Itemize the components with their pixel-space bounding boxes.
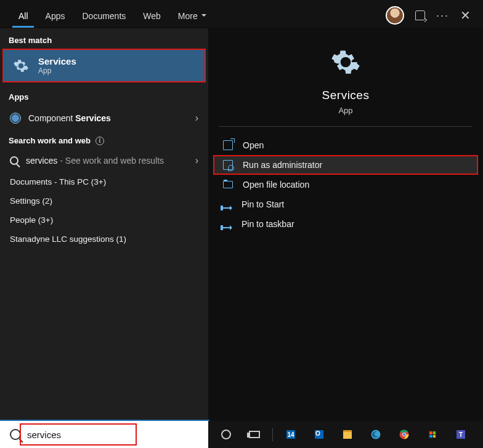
section-best-match: Best match — [0, 28, 208, 50]
chevron-right-icon: › — [195, 113, 198, 124]
app-result-match: Services — [75, 113, 111, 123]
pin-icon — [223, 207, 232, 209]
best-match-subtitle: App — [38, 66, 76, 75]
preview-title: Services — [208, 89, 483, 102]
folder-icon — [223, 181, 233, 188]
preview-app-icon — [330, 47, 361, 78]
more-options-button[interactable]: ··· — [436, 9, 449, 22]
action-run-as-administrator[interactable]: Run as administrator — [213, 155, 478, 175]
action-open[interactable]: Open — [208, 135, 483, 155]
taskbar-cortana[interactable] — [213, 423, 239, 446]
pin-icon — [223, 227, 232, 228]
web-result-suffix: - See work and web results — [57, 156, 164, 166]
info-icon[interactable]: i — [95, 137, 104, 145]
open-icon — [223, 140, 233, 150]
admin-icon — [223, 160, 233, 170]
action-pin-taskbar-label: Pin to taskbar — [242, 219, 294, 229]
app-result-prefix: Component — [28, 113, 75, 123]
section-people[interactable]: People (3+) — [0, 210, 208, 230]
action-open-loc-label: Open file location — [243, 180, 309, 190]
chrome-icon — [399, 429, 410, 440]
services-icon — [12, 57, 30, 74]
cortana-icon — [221, 430, 231, 439]
action-open-file-location[interactable]: Open file location — [208, 175, 483, 194]
close-button[interactable]: ✕ — [460, 8, 471, 23]
taskbar-outlook[interactable]: O — [306, 423, 332, 446]
preview-panel: Services App Open Run as administrator O… — [208, 28, 483, 421]
component-services-icon — [10, 113, 21, 124]
user-avatar[interactable] — [386, 6, 404, 25]
app-result-component-services[interactable]: Component Services › — [0, 106, 208, 130]
outlook-icon: O — [315, 430, 323, 439]
calendar-icon: 14 — [286, 430, 295, 439]
search-icon — [10, 156, 18, 165]
tab-more[interactable]: More — [169, 7, 215, 27]
web-result-services[interactable]: services - See work and web results › — [0, 149, 208, 172]
best-match-title: Services — [38, 56, 76, 66]
taskbar: 14 O T — [208, 421, 483, 448]
search-header: All Apps Documents Web More ··· ✕ — [0, 0, 483, 28]
taskbar-chrome[interactable] — [391, 423, 417, 446]
divider — [219, 126, 472, 127]
tab-web[interactable]: Web — [134, 7, 169, 27]
preview-subtitle: App — [208, 106, 483, 115]
search-bar[interactable] — [0, 421, 208, 448]
search-icon — [10, 429, 21, 440]
best-match-result[interactable]: Services App — [4, 50, 205, 81]
action-open-label: Open — [243, 140, 264, 150]
svg-point-3 — [403, 433, 406, 436]
web-result-term: services — [26, 156, 57, 166]
section-apps: Apps — [0, 85, 208, 106]
chevron-right-icon: › — [195, 155, 198, 166]
section-stanadyne[interactable]: Stanadyne LLC suggestions (1) — [0, 230, 208, 249]
action-pin-start-label: Pin to Start — [242, 199, 284, 209]
section-search-ww-label: Search work and web — [9, 136, 91, 145]
section-settings[interactable]: Settings (2) — [0, 191, 208, 210]
taskbar-store[interactable] — [420, 423, 445, 446]
store-icon — [428, 430, 437, 439]
edge-icon — [370, 429, 381, 440]
taskbar-file-explorer[interactable] — [335, 423, 360, 446]
results-panel: Best match Services App Apps Component S… — [0, 28, 208, 421]
folder-icon — [343, 430, 352, 439]
taskbar-separator — [272, 428, 273, 441]
action-pin-to-taskbar[interactable]: Pin to taskbar — [208, 214, 483, 234]
taskbar-teams[interactable]: T — [448, 423, 474, 446]
teams-icon: T — [457, 430, 465, 439]
taskbar-task-view[interactable] — [242, 423, 267, 446]
taskbar-calendar[interactable]: 14 — [278, 423, 304, 446]
tab-apps[interactable]: Apps — [37, 7, 74, 27]
section-search-work-web: Search work and web i — [0, 130, 208, 149]
tab-all[interactable]: All — [10, 7, 37, 27]
taskbar-edge[interactable] — [363, 423, 389, 446]
tab-documents[interactable]: Documents — [73, 7, 134, 27]
search-input[interactable] — [27, 430, 202, 440]
section-documents[interactable]: Documents - This PC (3+) — [0, 172, 208, 191]
taskview-icon — [249, 431, 260, 438]
feedback-icon[interactable] — [415, 10, 425, 20]
action-pin-to-start[interactable]: Pin to Start — [208, 194, 483, 214]
action-run-admin-label: Run as administrator — [243, 160, 322, 170]
